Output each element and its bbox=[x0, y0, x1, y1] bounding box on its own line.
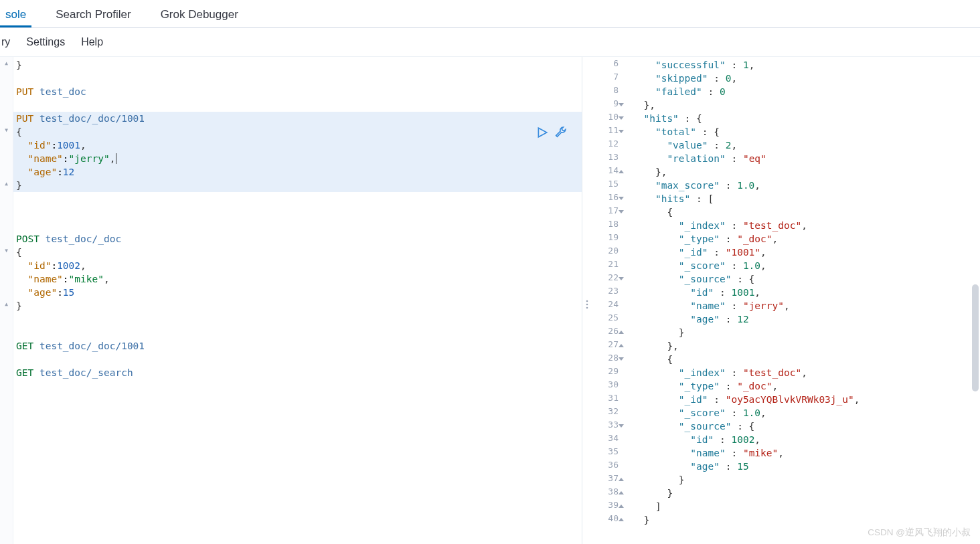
val-age: 15 bbox=[63, 287, 74, 298]
path: test_doc/_search bbox=[39, 367, 133, 378]
brace-close: } bbox=[16, 180, 22, 191]
key-id: "id" bbox=[27, 140, 51, 151]
val-id: 1002 bbox=[57, 260, 80, 271]
scrollbar-thumb[interactable] bbox=[972, 284, 979, 391]
workspace: ▴▾ ▴▾ ▴ } PUT test_doc PUT test_doc/_doc… bbox=[0, 57, 980, 544]
method-put: PUT bbox=[16, 86, 33, 97]
key-age: "age" bbox=[27, 287, 57, 298]
brace-close: } bbox=[16, 60, 22, 70]
editor-gutter: ▴▾ ▴▾ ▴ bbox=[0, 57, 13, 544]
comma: , bbox=[110, 153, 116, 164]
request-editor[interactable]: } PUT test_doc PUT test_doc/_doc/1001 { … bbox=[13, 57, 582, 544]
method-put: PUT bbox=[16, 113, 33, 124]
text-cursor bbox=[116, 153, 116, 164]
method-get: GET bbox=[16, 367, 33, 378]
svg-point-3 bbox=[586, 307, 588, 309]
pane-splitter[interactable] bbox=[582, 57, 592, 544]
response-pane: 6789101112131415161718192021222324252627… bbox=[592, 57, 980, 544]
method-get: GET bbox=[16, 341, 33, 351]
tab-console[interactable]: sole bbox=[0, 5, 31, 27]
play-icon[interactable] bbox=[536, 126, 548, 142]
val-age: 12 bbox=[63, 167, 74, 177]
key-name: "name" bbox=[27, 274, 62, 284]
response-body[interactable]: "successful" : 1, "skipped" : 0, "failed… bbox=[623, 57, 980, 544]
svg-marker-0 bbox=[538, 128, 546, 137]
comma: , bbox=[80, 140, 86, 151]
path: test_doc bbox=[39, 86, 86, 97]
dev-tools-tabs: sole Search Profiler Grok Debugger bbox=[0, 0, 980, 28]
brace-close: } bbox=[16, 300, 22, 311]
tab-grok-debugger[interactable]: Grok Debugger bbox=[155, 5, 244, 27]
path: test_doc/_doc/1001 bbox=[39, 341, 145, 351]
subbar-settings[interactable]: Settings bbox=[26, 36, 65, 48]
response-gutter: 6789101112131415161718192021222324252627… bbox=[592, 57, 623, 544]
subbar-help[interactable]: Help bbox=[81, 36, 103, 48]
val-name: "mike" bbox=[69, 274, 104, 284]
svg-point-2 bbox=[586, 304, 588, 306]
path: test_doc/_doc bbox=[46, 234, 122, 244]
key-age: "age" bbox=[27, 167, 57, 177]
svg-point-1 bbox=[586, 300, 588, 302]
key-name: "name" bbox=[27, 153, 62, 164]
path: test_doc/_doc/1001 bbox=[39, 113, 145, 124]
method-post: POST bbox=[16, 234, 39, 244]
comma: , bbox=[80, 260, 86, 271]
console-subbar: ry Settings Help bbox=[0, 28, 980, 57]
key-id: "id" bbox=[27, 260, 51, 271]
brace-open: { bbox=[16, 126, 22, 137]
val-name: "jerry" bbox=[69, 153, 110, 164]
brace-open: { bbox=[16, 247, 22, 258]
tab-search-profiler[interactable]: Search Profiler bbox=[50, 5, 136, 27]
subbar-history[interactable]: ry bbox=[1, 36, 10, 48]
wrench-icon[interactable] bbox=[555, 126, 567, 142]
request-editor-pane: ▴▾ ▴▾ ▴ } PUT test_doc PUT test_doc/_doc… bbox=[0, 57, 582, 544]
comma: , bbox=[104, 274, 110, 284]
val-id: 1001 bbox=[57, 140, 80, 151]
